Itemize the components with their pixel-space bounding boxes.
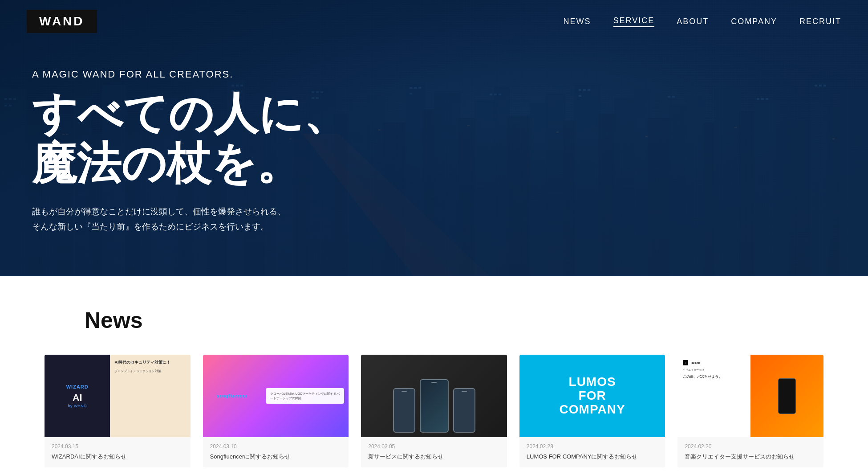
- wizard-right-title: AI時代のセキュリティ対策に！: [114, 360, 186, 365]
- song-card-bg: songfluencer グローバルTikTok UGCマーケティングに関するパ…: [203, 355, 349, 437]
- wizard-right: AI時代のセキュリティ対策に！ プロンプトインジェクション対策: [110, 355, 190, 437]
- news-card-content-phones: 2024.03.05 新サービスに関するお知らせ: [361, 437, 507, 467]
- song-card-inner: songfluencer グローバルTikTok UGCマーケティングに関するパ…: [203, 355, 349, 437]
- song-card-text: グローバルTikTok UGCマーケティングに関するパートナーシップの締結: [266, 388, 345, 404]
- hero-content: A MAGIC WAND FOR ALL CREATORS. すべての人に、 魔…: [0, 42, 348, 234]
- phone-mock-2: [420, 379, 449, 433]
- lumos-text: LUMOS FOR COMPANY: [560, 375, 625, 416]
- news-card-text-music: 音楽クリエイター支援サービスのお知らせ: [685, 452, 816, 461]
- music-card-inner: ♪ TikTok クリエイター向け この曲、バズらせよう。: [677, 355, 823, 437]
- news-card-date-music: 2024.02.20: [685, 443, 816, 450]
- logo[interactable]: WAND: [27, 10, 97, 33]
- news-card-date-phones: 2024.03.05: [368, 443, 500, 450]
- wizard-logo-top: WIZARD: [66, 384, 89, 389]
- news-section: News WIZARD AI by WAND AI時代のセキュリティ対策に！ プ…: [0, 276, 868, 475]
- song-logo: songfluencer: [217, 393, 247, 398]
- nav-item-service[interactable]: SERVICE: [613, 16, 655, 27]
- news-card-image-music: ♪ TikTok クリエイター向け この曲、バズらせよう。: [677, 355, 823, 437]
- hero-title-line1: すべての人に、: [32, 88, 348, 138]
- phone-mock-1: [393, 388, 415, 433]
- news-card-image-song: songfluencer グローバルTikTok UGCマーケティングに関するパ…: [203, 355, 349, 437]
- news-card-song[interactable]: songfluencer グローバルTikTok UGCマーケティングに関するパ…: [203, 355, 349, 467]
- header: WAND NEWS SERVICE ABOUT COMPANY RECRUIT: [0, 0, 868, 43]
- nav-item-news[interactable]: NEWS: [564, 17, 591, 26]
- music-brand: TikTok: [690, 361, 700, 364]
- nav-item-company[interactable]: COMPANY: [731, 17, 777, 26]
- hero-desc-line2: そんな新しい『当たり前』を作るためにビジネスを行います。: [32, 222, 269, 231]
- news-card-text-phones: 新サービスに関するお知らせ: [368, 452, 500, 461]
- phone-mock-3: [453, 388, 475, 433]
- news-card-lumos[interactable]: LUMOS FOR COMPANY 2024.02.28 LUMOS FOR C…: [519, 355, 665, 467]
- music-phone-mock: [778, 378, 796, 414]
- nav-item-recruit[interactable]: RECRUIT: [799, 17, 841, 26]
- news-card-image-lumos: LUMOS FOR COMPANY: [519, 355, 665, 437]
- music-logo-line: ♪ TikTok: [683, 360, 745, 365]
- news-card-image-wizard: WIZARD AI by WAND AI時代のセキュリティ対策に！ プロンプトイ…: [45, 355, 191, 437]
- news-card-content-music: 2024.02.20 音楽クリエイター支援サービスのお知らせ: [677, 437, 823, 467]
- news-card-music[interactable]: ♪ TikTok クリエイター向け この曲、バズらせよう。 2024.02.20…: [677, 355, 823, 467]
- lumos-title-line1: LUMOS FOR COMPANY: [560, 375, 625, 416]
- music-desc-text: この曲、バズらせよう。: [683, 374, 745, 379]
- wizard-logo-sub: by WAND: [68, 404, 87, 408]
- news-card-date-song: 2024.03.10: [210, 443, 342, 450]
- hero-description: 誰もが自分が得意なことだけに没頭して、個性を爆発させられる、 そんな新しい『当た…: [32, 204, 348, 234]
- wizard-card-inner: WIZARD AI by WAND AI時代のセキュリティ対策に！ プロンプトイ…: [45, 355, 191, 437]
- music-creator-label: クリエイター向け: [683, 368, 745, 372]
- tiktok-icon: ♪: [683, 360, 688, 365]
- logo-text: WAND: [39, 14, 85, 28]
- lumos-line1: LUMOS: [569, 375, 616, 389]
- news-card-wizard[interactable]: WIZARD AI by WAND AI時代のセキュリティ対策に！ プロンプトイ…: [45, 355, 191, 467]
- wizard-logo-main: AI: [73, 392, 82, 404]
- lumos-line2: FOR: [579, 389, 606, 402]
- hero-title: すべての人に、 魔法の杖を。: [32, 88, 348, 188]
- news-card-image-phones: [361, 355, 507, 437]
- main-nav: NEWS SERVICE ABOUT COMPANY RECRUIT: [564, 16, 841, 27]
- nav-item-about[interactable]: ABOUT: [677, 17, 709, 26]
- news-card-content-wizard: 2024.03.15 WIZARDAIに関するお知らせ: [45, 437, 191, 467]
- lumos-line3: COMPANY: [560, 402, 625, 416]
- song-right: グローバルTikTok UGCマーケティングに関するパートナーシップの締結: [261, 384, 349, 409]
- news-card-date-lumos: 2024.02.28: [527, 443, 658, 450]
- music-left: ♪ TikTok クリエイター向け この曲、バズらせよう。: [677, 355, 750, 437]
- news-cards-container: WIZARD AI by WAND AI時代のセキュリティ対策に！ プロンプトイ…: [27, 355, 841, 467]
- news-section-title: News: [27, 307, 841, 333]
- news-card-date-wizard: 2024.03.15: [52, 443, 183, 450]
- music-right: [750, 355, 823, 437]
- news-card-phones[interactable]: 2024.03.05 新サービスに関するお知らせ: [361, 355, 507, 467]
- phones-inner: [361, 355, 507, 437]
- news-card-content-song: 2024.03.10 Songfluencerに関するお知らせ: [203, 437, 349, 467]
- wizard-left: WIZARD AI by WAND: [45, 355, 110, 437]
- hero-desc-line1: 誰もが自分が得意なことだけに没頭して、個性を爆発させられる、: [32, 207, 286, 216]
- song-left: songfluencer: [203, 387, 261, 405]
- hero-subtitle: A MAGIC WAND FOR ALL CREATORS.: [32, 69, 348, 80]
- wizard-right-sub: プロンプトインジェクション対策: [114, 369, 186, 373]
- news-card-text-wizard: WIZARDAIに関するお知らせ: [52, 452, 183, 461]
- news-card-text-lumos: LUMOS FOR COMPANYに関するお知らせ: [527, 452, 658, 461]
- news-card-content-lumos: 2024.02.28 LUMOS FOR COMPANYに関するお知らせ: [519, 437, 665, 467]
- news-card-text-song: Songfluencerに関するお知らせ: [210, 452, 342, 461]
- hero-title-line2: 魔法の杖を。: [32, 138, 301, 188]
